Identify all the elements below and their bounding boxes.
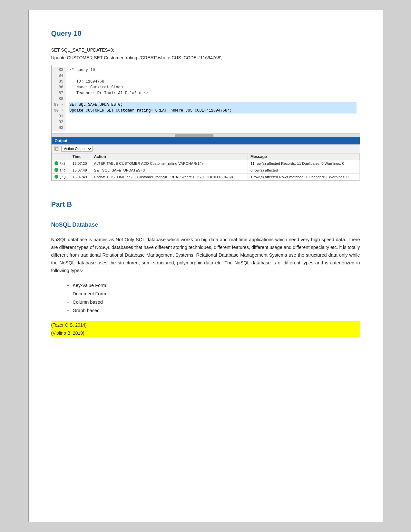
code-line-93 <box>69 125 356 131</box>
row-641-action: ALTER TABLE CUSTOMER ADD Customer_rating… <box>91 160 248 167</box>
list-item-1: Key-Value Form <box>67 281 360 290</box>
list-item-4: Graph based <box>67 306 360 315</box>
row-643-message: 1 row(s) affected Rows matched: 1 Change… <box>248 174 359 181</box>
col-header-action: Action <box>91 153 248 160</box>
citation-1: (Tezer O.S. 2014) <box>51 321 360 329</box>
status-icon-643 <box>54 175 58 179</box>
output-icon: 📋 <box>54 146 59 151</box>
output-header: Output <box>52 137 360 144</box>
status-icon-641 <box>54 161 58 165</box>
bullet-list: Key-Value Form Document Form Column base… <box>67 281 360 315</box>
sql-line2: Update CUSTOMER SET Customer_rating='GRE… <box>51 55 360 60</box>
row-642-action: SET SQL_SAFE_UPDATES=0 <box>91 167 248 174</box>
line-numbers: 83 84 85 86 87 88 89 • 90 • 91 92 93 <box>52 67 66 131</box>
code-area: 83 84 85 86 87 88 89 • 90 • 91 92 93 /* … <box>52 65 360 133</box>
status-icon-642 <box>54 168 58 172</box>
scroll-thumb[interactable] <box>175 134 213 137</box>
citation-2: (Violino B. 2019) <box>51 329 360 337</box>
code-line-90: Update CUSTOMER SET Customer_rating='GRE… <box>69 108 356 113</box>
code-line-87: Teacher: Dr Thair Al-Dala'in */ <box>69 90 356 96</box>
output-section: Output 📋 Action Output Time Action Messa… <box>51 137 360 181</box>
code-editor: 83 84 85 86 87 88 89 • 90 • 91 92 93 /* … <box>51 65 360 137</box>
col-header-message: Message <box>248 153 359 160</box>
row-641-time: 15:07:20 <box>70 160 91 167</box>
table-row: 641 15:07:20 ALTER TABLE CUSTOMER ADD Cu… <box>52 160 359 167</box>
row-641-status: 641 <box>52 160 70 167</box>
row-642-time: 15:07:49 <box>70 167 91 174</box>
horizontal-scrollbar[interactable] <box>52 133 360 137</box>
row-643-action: Update CUSTOMER SET Customer_rating='GRE… <box>91 174 248 181</box>
row-642-message: 0 row(s) affected <box>248 167 359 174</box>
col-header-status <box>52 153 70 160</box>
code-line-92 <box>69 119 356 125</box>
nosql-title: NoSQL Database <box>51 222 360 228</box>
action-output-select[interactable]: Action Output <box>61 146 93 152</box>
row-643-time: 15:07:49 <box>70 174 91 181</box>
col-header-time: Time <box>70 153 91 160</box>
sql-line1: SET SQL_SAFE_UPDATES=0; <box>51 47 360 53</box>
row-642-status: 642 <box>52 167 70 174</box>
table-row: 643 15:07:49 Update CUSTOMER SET Custome… <box>52 174 359 181</box>
document-page: Query 10 SET SQL_SAFE_UPDATES=0; Update … <box>28 10 383 522</box>
list-item-3: Column based <box>67 298 360 306</box>
query-title: Query 10 <box>51 29 360 38</box>
code-line-85: ID: 11694768 <box>69 79 356 84</box>
code-line-84 <box>69 73 356 79</box>
code-line-88 <box>69 96 356 102</box>
code-line-83: /* query 10 <box>69 67 356 73</box>
row-641-message: 11 row(s) affected Records: 11 Duplicate… <box>248 160 359 167</box>
table-row: 642 15:07:49 SET SQL_SAFE_UPDATES=0 0 ro… <box>52 167 359 174</box>
code-lines: /* query 10 ID: 11694768 Name: Gurkirat … <box>66 67 359 131</box>
output-table: Time Action Message 641 15:07:20 ALTER T… <box>52 153 360 181</box>
code-line-86: Name: Gurkirat Singh <box>69 84 356 90</box>
row-643-status: 643 <box>52 174 70 181</box>
part-b-title: Part B <box>51 200 360 209</box>
code-line-89: SET SQL_SAFE_UPDATES=0; <box>69 102 356 108</box>
output-toolbar: 📋 Action Output <box>52 144 360 153</box>
code-line-91 <box>69 113 356 119</box>
list-item-2: Document Form <box>67 290 360 298</box>
citations-block: (Tezer O.S. 2014) (Violino B. 2019) <box>51 321 360 337</box>
nosql-body: NoSQL database is names as Not Only SQL … <box>51 236 360 275</box>
